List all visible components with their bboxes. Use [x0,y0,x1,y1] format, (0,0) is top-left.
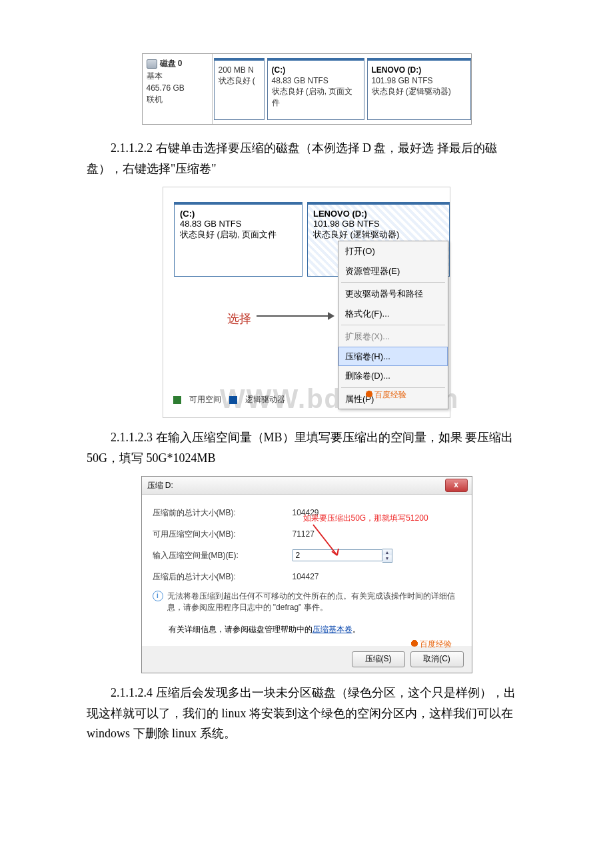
ctx-d-status: 状态良好 (逻辑驱动器) [313,229,444,241]
baidu-paw-icon [365,389,373,397]
shrink-note: 无法将卷压缩到超出任何不可移动的文件所在的点。有关完成该操作时间的详细信息，请参… [167,591,461,613]
paragraph-1: 2.1.1.2.2 右键单击选择要压缩的磁盘（本例选择 D 盘，最好选 择最后的… [87,138,526,179]
spinner-buttons[interactable]: ▴ ▾ [382,549,392,563]
legend: 可用空间 逻辑驱动器 [173,394,285,405]
p1-size: 200 MB N [219,65,260,75]
menu-open[interactable]: 打开(O) [338,241,448,261]
val-after-size: 104427 [293,572,461,581]
menu-delete[interactable]: 删除卷(D)... [338,366,448,386]
lbl-avail-shrink: 可用压缩空间大小(MB): [153,529,293,540]
disk-type: 基本 [147,71,208,82]
ctx-d-name: LENOVO (D:) [313,209,444,219]
menu-explorer[interactable]: 资源管理器(E) [338,261,448,281]
legend-logical-swatch [229,396,237,404]
ctx-c-name: (C:) [180,209,297,219]
legend-logical-label: 逻辑驱动器 [245,394,285,405]
shrink-button[interactable]: 压缩(S) [352,651,405,667]
disk-icon [147,59,157,69]
disk-left: 磁盘 0 基本 465.76 GB 联机 [143,54,213,124]
baidu-watermark-2: 百度经验 [410,639,452,650]
paragraph-3: 2.1.1.2.4 压缩后会发现多出一块未分区磁盘（绿色分区，这个只是样例），出… [87,683,526,744]
help-link[interactable]: 压缩基本卷 [312,625,352,634]
ctx-part-c: (C:) 48.83 GB NTFS 状态良好 (启动, 页面文件 [174,202,303,277]
shrink-dialog: 压缩 D: x 如果要压缩出50G，那就填写51200 压缩前的总计大小(MB)… [141,476,472,673]
lbl-before-size: 压缩前的总计大小(MB): [153,507,293,519]
help-pre: 有关详细信息，请参阅磁盘管理帮助中的 [169,625,312,634]
ctx-c-size: 48.83 GB NTFS [180,219,297,229]
baidu-watermark-1: 百度经验 [365,389,406,401]
dialog-title-bar: 压缩 D: [142,477,472,495]
select-label: 选择 [227,311,251,327]
paragraph-2: 2.1.1.2.3 在输入压缩空间量（MB）里填写要压缩出的空间量，如果 要压缩… [87,427,526,468]
legend-free-swatch [173,396,181,404]
context-menu-screenshot: WWW.bdocx.com (C:) 48.83 GB NTFS 状态良好 (启… [163,187,450,418]
cancel-button[interactable]: 取消(C) [410,651,464,667]
p3-name: LENOVO (D:) [372,65,466,75]
p3-status: 状态良好 (逻辑驱动器) [372,86,466,97]
dialog-title: 压缩 D: [147,480,173,491]
ctx-d-size: 101.98 GB NTFS [313,219,444,229]
disk-name: 磁盘 0 [160,58,183,69]
p1-status: 状态良好 ( [219,75,260,86]
spin-down-icon[interactable]: ▾ [382,555,392,562]
partition-1: 200 MB N 状态良好 ( [214,58,265,120]
spin-up-icon[interactable]: ▴ [382,549,392,556]
menu-extend: 扩展卷(X)... [338,327,448,347]
info-icon: i [153,591,163,601]
ctx-c-status: 状态良好 (启动, 页面文件 [180,229,297,241]
disk-layout: 磁盘 0 基本 465.76 GB 联机 200 MB N 状态良好 ( (C:… [142,53,472,125]
lbl-after-size: 压缩后的总计大小(MB): [153,571,293,583]
disk-size: 465.76 GB [147,83,208,93]
menu-format[interactable]: 格式化(F)... [338,304,448,324]
partition-2: (C:) 48.83 GB NTFS 状态良好 (启动, 页面文件 [267,58,364,120]
close-button[interactable]: x [445,479,468,492]
select-arrow [257,315,333,317]
p2-name: (C:) [272,65,360,75]
disk-status: 联机 [147,94,208,105]
partition-3: LENOVO (D:) 101.98 GB NTFS 状态良好 (逻辑驱动器) [367,58,471,120]
callout-arrow [312,523,338,553]
p2-size: 48.83 GB NTFS [272,75,360,86]
p2-status: 状态良好 (启动, 页面文件 [272,86,360,107]
context-menu: 打开(O) 资源管理器(E) 更改驱动器号和路径 格式化(F)... 扩展卷(X… [338,241,448,409]
menu-change-path[interactable]: 更改驱动器号和路径 [338,284,448,304]
legend-free-label: 可用空间 [189,394,221,405]
p3-size: 101.98 GB NTFS [372,75,466,86]
shrink-callout: 如果要压缩出50G，那就填写51200 [303,513,428,524]
baidu-paw-icon [410,639,418,647]
help-post: 。 [352,625,360,634]
lbl-shrink-amount: 输入压缩空间量(MB)(E): [153,550,293,561]
menu-shrink[interactable]: 压缩卷(H)... [338,347,448,367]
